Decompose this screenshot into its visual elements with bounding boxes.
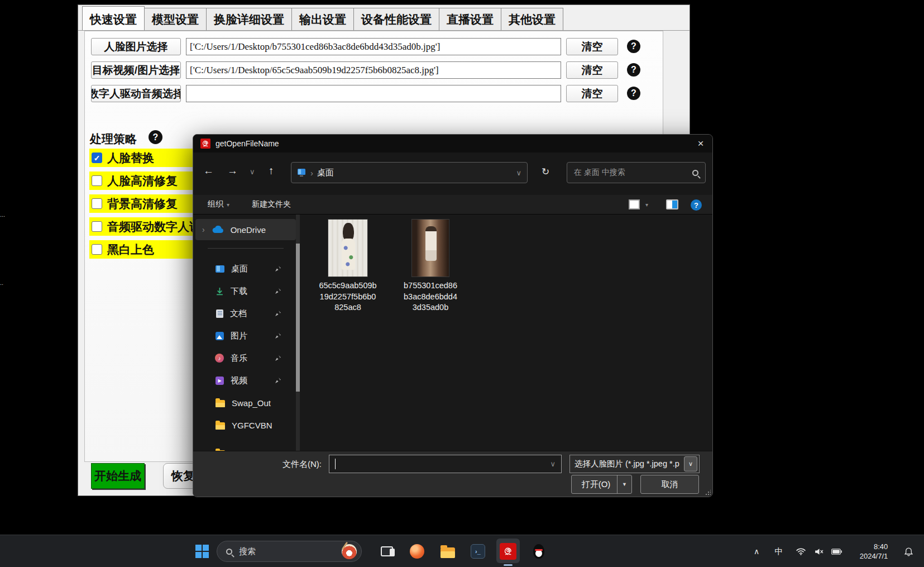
sidebar-item-music[interactable]: ♪ 音乐	[195, 347, 296, 369]
notifications-button[interactable]	[900, 535, 917, 567]
address-dropdown-chevron-icon[interactable]: ∨	[516, 169, 521, 177]
filetype-chevron-icon[interactable]: ∨	[684, 456, 697, 471]
sidebar-item-pictures[interactable]: 图片	[195, 325, 296, 346]
active-app-indicator	[504, 564, 513, 566]
digital-human-audio-select-button[interactable]: 数字人驱动音频选择	[91, 85, 181, 102]
breadcrumb-separator: ›	[310, 168, 313, 178]
text-caret	[335, 459, 336, 469]
target-video-path-field[interactable]: ['C:/Users/1/Desktop/65c5c9aab509b19d225…	[186, 61, 561, 79]
help-icon[interactable]: ?	[627, 40, 640, 53]
file-item[interactable]: 65c5c9aab509b 19d2257f5b6b0 825ac8	[312, 219, 384, 313]
resize-grip[interactable]	[705, 490, 711, 495]
address-bar[interactable]: › 桌面 ∨	[291, 162, 528, 183]
forward-icon[interactable]: →	[227, 165, 238, 177]
filetype-dropdown[interactable]: 选择人脸图片 (*.jpg *.jpeg *.p ∨	[569, 455, 700, 473]
clear-audio-button[interactable]: 清空	[566, 85, 618, 102]
file-name-line: 3d35ad0b	[394, 302, 467, 313]
new-folder-button[interactable]: 新建文件夹	[252, 199, 291, 209]
sidebar-item-partial[interactable]	[195, 442, 296, 451]
tab-device-performance-settings[interactable]: 设备性能设置	[353, 8, 439, 30]
taskbar-app-orange[interactable]	[405, 535, 429, 567]
face-image-select-button[interactable]: 人脸图片选择	[91, 38, 181, 55]
help-icon[interactable]: ?	[149, 130, 162, 144]
help-icon[interactable]: ?	[627, 63, 640, 77]
checkbox[interactable]: ✓	[92, 153, 102, 163]
qq-button[interactable]	[527, 535, 550, 567]
volume-button[interactable]	[811, 535, 826, 567]
sidebar-item-swap-out[interactable]: Swap_Out	[195, 392, 296, 413]
view-mode-icon[interactable]	[629, 199, 640, 209]
taskbar-search[interactable]: 搜索	[217, 541, 362, 562]
terminal-button[interactable]: ›_	[466, 535, 490, 567]
ime-indicator[interactable]: 中	[770, 535, 787, 567]
search-icon	[692, 170, 698, 176]
tab-quick-settings[interactable]: 快速设置	[82, 6, 145, 30]
rose-app-button[interactable]	[496, 535, 520, 567]
cancel-button[interactable]: 取消	[640, 475, 699, 494]
open-split-dropdown-icon[interactable]: ▼	[617, 475, 631, 493]
target-video-select-button[interactable]: 目标视频/图片选择	[91, 61, 181, 79]
close-icon[interactable]: ×	[688, 135, 713, 153]
organize-dropdown-icon[interactable]: ▾	[227, 202, 229, 208]
refresh-icon[interactable]: ↻	[542, 166, 549, 178]
sidebar-item-ygfcvbn[interactable]: YGFCVBN	[195, 414, 296, 436]
battery-icon	[831, 549, 842, 555]
checkbox[interactable]: ✓	[92, 198, 102, 209]
wifi-button[interactable]	[793, 535, 808, 567]
task-view-button[interactable]	[375, 535, 399, 567]
preview-pane-icon[interactable]	[666, 199, 678, 209]
tray-expand-button[interactable]: ∧	[748, 535, 765, 567]
tab-live-settings[interactable]: 直播设置	[439, 8, 501, 30]
option-label: 人脸高清修复	[107, 173, 178, 189]
breadcrumb-location[interactable]: 桌面	[317, 168, 334, 178]
tab-output-settings[interactable]: 输出设置	[291, 8, 354, 30]
sidebar-item-documents[interactable]: 文档	[195, 303, 296, 324]
checkbox[interactable]: ✓	[92, 175, 102, 186]
open-button[interactable]: 打开(O) ▼	[571, 475, 632, 494]
sidebar-item-downloads[interactable]: 下载	[195, 280, 296, 302]
dialog-body: › OneDrive 桌面 下载 文档 图片 ♪ 音乐	[193, 215, 713, 451]
pin-icon	[275, 264, 281, 274]
clock[interactable]: 8:40 2024/7/1	[853, 535, 894, 567]
file-explorer-button[interactable]	[436, 535, 459, 567]
dialog-help-icon[interactable]: ?	[691, 199, 702, 211]
checkbox[interactable]: ✓	[92, 244, 102, 255]
view-dropdown-icon[interactable]: ▾	[645, 202, 648, 208]
checkbox[interactable]: ✓	[92, 221, 102, 232]
dialog-title-bar[interactable]: getOpenFileName ×	[193, 135, 713, 153]
organize-button[interactable]: 组织	[208, 199, 223, 209]
sidebar-item-videos[interactable]: ▶ 视频	[195, 370, 296, 391]
expand-chevron-icon[interactable]: ›	[202, 225, 205, 234]
help-icon[interactable]: ?	[627, 87, 640, 100]
sidebar-item-desktop[interactable]: 桌面	[195, 258, 296, 279]
filename-input[interactable]: ∨	[329, 455, 562, 473]
desktop-location-icon	[297, 169, 306, 177]
start-generate-button[interactable]: 开始生成	[91, 463, 145, 489]
search-highlight-bowl-icon[interactable]	[342, 544, 357, 559]
search-box[interactable]: 在 桌面 中搜索	[567, 162, 706, 183]
clear-target-video-button[interactable]: 清空	[566, 61, 618, 79]
recent-locations-chevron-icon[interactable]: ∨	[250, 168, 255, 176]
file-thumbnail[interactable]	[328, 219, 368, 277]
windows-logo-icon	[195, 545, 209, 559]
file-thumbnail[interactable]	[411, 219, 449, 277]
face-image-path-field[interactable]: ['C:/Users/1/Desktop/b755301ced86b3ac8de…	[186, 38, 561, 55]
search-placeholder: 在 桌面 中搜索	[574, 168, 625, 178]
tab-faceswap-detail-settings[interactable]: 换脸详细设置	[206, 8, 292, 30]
clear-face-image-button[interactable]: 清空	[566, 38, 618, 55]
up-icon[interactable]: ↑	[269, 165, 274, 177]
filename-dropdown-chevron-icon[interactable]: ∨	[550, 460, 556, 468]
pin-icon	[275, 287, 281, 296]
battery-button[interactable]	[829, 535, 844, 567]
start-button[interactable]	[193, 535, 212, 567]
back-icon[interactable]: ←	[203, 165, 214, 177]
sidebar-item-onedrive[interactable]: › OneDrive	[195, 219, 296, 240]
file-item[interactable]: b755301ced86 b3ac8de6bdd4 3d35ad0b	[394, 219, 467, 313]
tab-model-settings[interactable]: 模型设置	[144, 8, 207, 30]
tab-other-settings[interactable]: 其他设置	[501, 8, 563, 30]
digital-human-audio-path-field[interactable]	[186, 85, 561, 102]
onedrive-cloud-icon	[212, 226, 224, 234]
scrollbar-thumb[interactable]	[296, 244, 300, 392]
video-icon: ▶	[216, 377, 224, 385]
search-icon	[226, 549, 232, 555]
